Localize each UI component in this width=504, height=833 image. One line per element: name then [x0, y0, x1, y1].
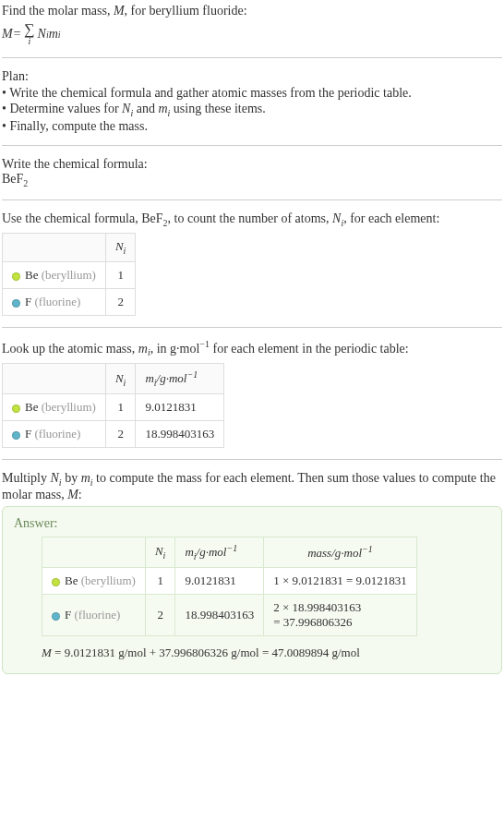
s4-m: m [81, 471, 90, 485]
plan2-m: m [158, 102, 167, 115]
divider [2, 459, 502, 460]
count-cell: 1 [105, 394, 135, 421]
s4-M: M [67, 488, 78, 501]
step4-text: Multiply Ni by mi to compute the mass fo… [2, 471, 502, 502]
calc-line1: 2 × 18.998403163 [273, 600, 361, 614]
th-N-sub: i [163, 550, 166, 561]
th-m-exp: −1 [186, 369, 198, 380]
intro-M: M [114, 4, 125, 18]
eq-equals: = [13, 27, 21, 42]
step-multiply: Multiply Ni by mi to compute the mass fo… [2, 471, 502, 674]
count-cell: 2 [105, 421, 135, 448]
count-cell: 1 [105, 261, 135, 288]
table-row: Be (beryllium) 1 9.0121831 [3, 394, 224, 421]
calc-line2: = 37.996806326 [273, 615, 352, 629]
th-m: mi/g·mol−1 [175, 537, 264, 568]
molar-mass-equation: M = ∑ i Ni mi [2, 22, 502, 46]
element-symbol: Be [25, 268, 38, 282]
element-name: (fluorine) [34, 427, 80, 441]
atom-count-table: Ni Be (beryllium) 1 F (fluorine) 2 [2, 233, 136, 316]
divider [2, 57, 502, 58]
th-m-exp: −1 [226, 543, 237, 553]
eq-lhs: M [2, 27, 13, 42]
s4-pre: Multiply [2, 471, 51, 485]
th-blank [3, 364, 106, 394]
s3-pre: Look up the atomic mass, [2, 342, 138, 356]
eq-m: m [49, 27, 58, 42]
step3-text: Look up the atomic mass, mi, in g·mol−1 … [2, 339, 502, 357]
sigma-icon: ∑ i [24, 22, 34, 46]
s3-mid: , in g·mol [150, 342, 200, 356]
th-mass-exp: −1 [362, 544, 373, 554]
element-cell: Be (beryllium) [3, 394, 106, 421]
element-name: (beryllium) [81, 573, 136, 587]
s2-N: N [332, 211, 341, 225]
table-header-row: Ni [3, 234, 136, 262]
element-name: (fluorine) [34, 295, 80, 308]
plan2-post: using these items. [170, 102, 265, 115]
element-symbol: Be [65, 573, 78, 587]
intro-section: Find the molar mass, M, for beryllium fl… [2, 4, 502, 46]
plan-section: Plan: • Write the chemical formula and g… [2, 69, 502, 134]
formula-sub: 2 [23, 178, 28, 188]
element-cell: F (fluorine) [3, 421, 106, 448]
eq-N: N [38, 27, 46, 42]
element-name: (fluorine) [74, 608, 120, 622]
th-blank [42, 537, 146, 568]
th-N: Ni [105, 234, 135, 262]
sigma-symbol: ∑ [24, 22, 34, 37]
plan2-pre: • Determine values for [2, 102, 122, 115]
chemical-formula: BeF2 [2, 172, 502, 188]
element-symbol: F [65, 608, 71, 622]
s2-formula: BeF [141, 211, 162, 225]
intro-post: , for beryllium fluoride: [125, 4, 247, 18]
th-N: Ni [145, 537, 174, 568]
s2-post: , for each element: [343, 211, 439, 225]
th-N-sub: i [124, 246, 126, 256]
th-N-sym: N [155, 544, 163, 558]
plan2-mid: and [133, 102, 158, 115]
answer-table: Ni mi/g·mol−1 mass/g·mol−1 Be (beryllium… [42, 537, 417, 636]
final-rest: = 9.0121831 g/mol + 37.996806326 g/mol =… [52, 646, 360, 659]
s3-exp: −1 [199, 339, 210, 349]
plan-list: • Write the chemical formula and gather … [2, 86, 502, 134]
element-cell: Be (beryllium) [42, 568, 146, 595]
plan-heading: Plan: [2, 69, 502, 84]
element-cell: Be (beryllium) [3, 261, 106, 288]
step2-text: Use the chemical formula, BeF2, to count… [2, 211, 502, 228]
mass-cell: 18.998403163 [136, 421, 224, 448]
element-symbol: Be [25, 400, 38, 414]
element-dot-icon [52, 612, 60, 621]
element-dot-icon [12, 431, 20, 440]
mi-cell: 18.998403163 [175, 595, 264, 636]
answer-box: Answer: Ni mi/g·mol−1 mass/g·mol−1 Be (b… [2, 506, 502, 674]
element-dot-icon [12, 272, 20, 281]
plan-item: • Determine values for Ni and mi using t… [2, 102, 502, 118]
element-name: (beryllium) [42, 400, 96, 414]
table-row: F (fluorine) 2 18.998403163 2 × 18.99840… [42, 595, 417, 636]
intro-pre: Find the molar mass, [2, 4, 114, 18]
intro-text: Find the molar mass, M, for beryllium fl… [2, 4, 502, 18]
th-m-sym: m [145, 372, 153, 386]
step-count-atoms: Use the chemical formula, BeF2, to count… [2, 211, 502, 316]
plan-item: • Write the chemical formula and gather … [2, 86, 502, 101]
s2-mid: , to count the number of atoms, [168, 211, 332, 225]
th-m-sym: m [185, 545, 193, 559]
calc-cell: 2 × 18.998403163= 37.996806326 [264, 595, 417, 636]
element-name: (beryllium) [42, 268, 96, 282]
s3-m: m [138, 342, 148, 356]
s4-N: N [51, 471, 59, 485]
mass-cell: 9.0121831 [136, 394, 224, 421]
element-symbol: F [25, 295, 31, 308]
divider [2, 199, 502, 200]
th-m-unit: /g·mol [157, 372, 187, 386]
step1-heading: Write the chemical formula: [2, 157, 502, 172]
s4-colon: : [78, 488, 82, 501]
atomic-mass-table: Ni mi/g·mol−1 Be (beryllium) 1 9.0121831… [2, 363, 224, 448]
divider [2, 327, 502, 328]
sigma-sub: i [28, 37, 30, 46]
final-M: M [42, 646, 52, 659]
s4-by: by [62, 471, 81, 485]
element-symbol: F [25, 427, 31, 441]
divider [2, 145, 502, 146]
